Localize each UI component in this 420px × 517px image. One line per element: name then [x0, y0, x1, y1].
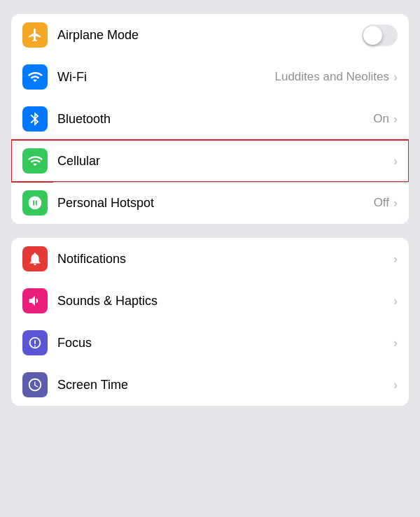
- settings-row-notifications[interactable]: Notifications›: [11, 238, 409, 280]
- cellular-label: Cellular: [57, 154, 393, 169]
- personal-hotspot-value: Off: [374, 196, 389, 210]
- settings-row-personal-hotspot[interactable]: Personal HotspotOff›: [11, 182, 409, 224]
- settings-row-bluetooth[interactable]: BluetoothOn›: [11, 98, 409, 140]
- settings-group-connectivity: Airplane ModeWi-FiLuddites and Neolites›…: [11, 14, 409, 224]
- personal-hotspot-chevron: ›: [393, 196, 398, 211]
- settings-app: Airplane ModeWi-FiLuddites and Neolites›…: [11, 14, 409, 406]
- airplane-mode-toggle[interactable]: [362, 24, 398, 46]
- airplane-icon: [22, 22, 48, 48]
- airplane-mode-label: Airplane Mode: [57, 28, 362, 43]
- settings-row-screen-time[interactable]: Screen Time›: [11, 364, 409, 406]
- settings-row-focus[interactable]: Focus›: [11, 322, 409, 364]
- bluetooth-chevron: ›: [393, 112, 398, 127]
- settings-row-airplane-mode[interactable]: Airplane Mode: [11, 14, 409, 56]
- focus-icon: [22, 330, 48, 355]
- sounds-icon: [22, 288, 48, 313]
- personal-hotspot-label: Personal Hotspot: [57, 196, 374, 211]
- settings-row-cellular[interactable]: Cellular›: [11, 140, 409, 182]
- screen-time-label: Screen Time: [57, 378, 393, 392]
- focus-label: Focus: [57, 336, 393, 350]
- sounds-haptics-label: Sounds & Haptics: [57, 294, 393, 309]
- screentime-icon: [22, 372, 48, 397]
- focus-chevron: ›: [393, 336, 398, 350]
- cellular-chevron: ›: [393, 154, 398, 169]
- wifi-label: Wi-Fi: [57, 70, 274, 85]
- notifications-label: Notifications: [57, 252, 393, 267]
- settings-row-wifi[interactable]: Wi-FiLuddites and Neolites›: [11, 56, 409, 98]
- notifications-chevron: ›: [393, 252, 398, 267]
- settings-row-sounds-haptics[interactable]: Sounds & Haptics›: [11, 280, 409, 322]
- bluetooth-label: Bluetooth: [57, 112, 373, 127]
- wifi-chevron: ›: [393, 70, 398, 85]
- wifi-value: Luddites and Neolites: [274, 70, 389, 84]
- bluetooth-value: On: [373, 112, 389, 126]
- notifications-icon: [22, 246, 48, 271]
- cellular-icon: [22, 148, 48, 173]
- bluetooth-icon: [22, 106, 48, 132]
- settings-group-system: Notifications›Sounds & Haptics›Focus›Scr…: [11, 238, 409, 406]
- wifi-icon: [22, 64, 48, 90]
- screen-time-chevron: ›: [393, 378, 398, 392]
- hotspot-icon: [22, 190, 48, 215]
- sounds-haptics-chevron: ›: [393, 294, 398, 309]
